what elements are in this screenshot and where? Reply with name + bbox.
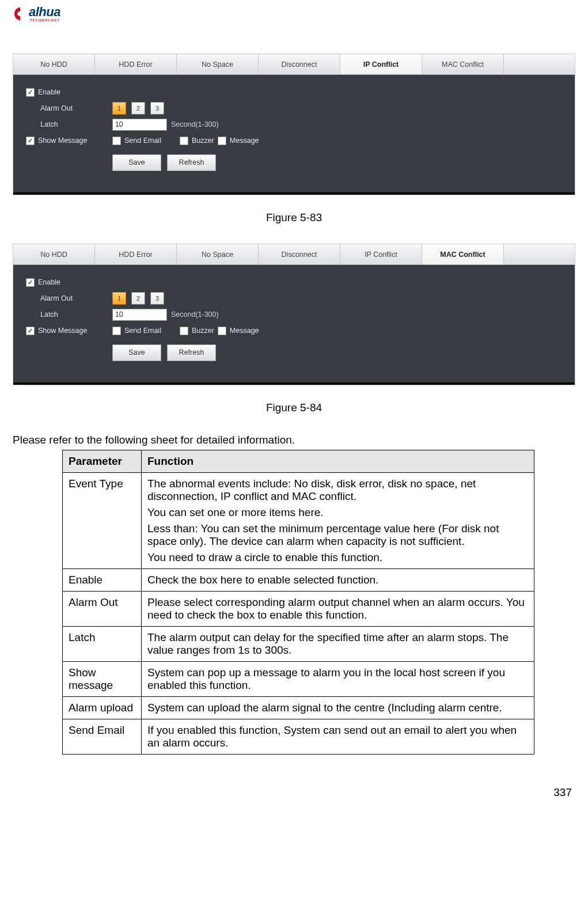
buzzer-checkbox[interactable] [180,137,188,145]
param-name: Event Type [63,473,142,569]
parameter-table: Parameter Function Event TypeThe abnorma… [62,450,534,755]
table-row: EnableCheck the box here to enable selec… [63,569,534,592]
figure-caption: Figure 5-84 [13,401,575,414]
tab-disconnect[interactable]: Disconnect [259,54,340,74]
tab-no-hdd[interactable]: No HDD [13,244,95,264]
param-function: The alarm output can delay for the speci… [142,627,534,662]
tab-no-hdd[interactable]: No HDD [13,54,95,74]
tab-ip-conflict[interactable]: IP Conflict [340,244,422,264]
param-name: Alarm Out [63,592,142,627]
table-row: Alarm uploadSystem can upload the alarm … [63,697,534,719]
table-row: Alarm OutPlease select corresponding ala… [63,592,534,627]
showmessage-checkbox[interactable] [26,327,35,335]
alarm-out-3[interactable]: 3 [150,292,164,305]
table-row: Send EmailIf you enabled this function, … [63,719,534,755]
page-number: 337 [13,786,575,799]
logo: alhua TECHNOLOGY [13,6,575,22]
latch-hint: Second(1-300) [171,120,219,128]
sheet-intro: Please refer to the following sheet for … [13,434,575,446]
showmessage-checkbox[interactable] [26,137,35,145]
tab-hdd-error[interactable]: HDD Error [95,244,177,264]
param-function: System can upload the alarm signal to th… [142,697,534,719]
latch-input[interactable] [112,309,167,321]
enable-label: Enable [38,278,60,286]
alarm-out-3[interactable]: 3 [150,102,164,115]
alarmout-label: Alarm Out [40,104,73,112]
showmessage-label: Show Message [38,327,87,335]
tab-bar: No HDD HDD Error No Space Disconnect IP … [13,54,575,75]
param-name: Enable [63,569,142,592]
message-checkbox[interactable] [218,327,226,335]
tab-bar: No HDD HDD Error No Space Disconnect IP … [13,244,575,265]
logo-text: alhua [29,6,60,18]
showmessage-label: Show Message [38,137,87,145]
logo-subtext: TECHNOLOGY [30,18,60,22]
param-function: If you enabled this function, System can… [142,719,534,755]
figure-caption: Figure 5-83 [13,211,575,224]
param-name: Show message [63,662,142,697]
table-row: Show messageSystem can pop up a message … [63,662,534,697]
buzzer-label: Buzzer [192,327,214,335]
logo-icon [13,6,28,21]
save-button[interactable]: Save [112,344,161,361]
settings-panel-macconflict: No HDD HDD Error No Space Disconnect IP … [13,244,575,385]
param-name: Alarm upload [63,697,142,719]
tab-hdd-error[interactable]: HDD Error [95,54,177,74]
alarmout-label: Alarm Out [40,294,73,302]
param-name: Send Email [63,719,142,755]
sendemail-checkbox[interactable] [112,137,121,145]
buzzer-checkbox[interactable] [180,327,188,335]
alarm-out-1[interactable]: 1 [112,102,126,115]
param-function: Check the box here to enable selected fu… [142,569,534,592]
latch-label: Latch [40,310,58,319]
alarm-out-2[interactable]: 2 [131,292,145,305]
latch-input[interactable] [112,119,167,131]
table-row: Event TypeThe abnormal events include: N… [63,473,534,569]
enable-checkbox[interactable] [26,88,35,97]
refresh-button[interactable]: Refresh [167,344,216,361]
latch-label: Latch [40,120,58,128]
table-header-function: Function [142,450,534,473]
save-button[interactable]: Save [112,154,161,171]
table-header-parameter: Parameter [63,450,142,473]
tab-mac-conflict[interactable]: MAC Conflict [422,244,504,264]
tab-no-space[interactable]: No Space [177,54,259,74]
sendemail-label: Send Email [124,327,161,335]
refresh-button[interactable]: Refresh [167,154,216,171]
enable-label: Enable [38,88,60,96]
alarm-out-1[interactable]: 1 [112,292,126,305]
message-label: Message [230,137,259,145]
param-function: Please select corresponding alarm output… [142,592,534,627]
sendemail-label: Send Email [124,137,161,145]
enable-checkbox[interactable] [26,278,35,287]
tab-ip-conflict[interactable]: IP Conflict [340,54,422,74]
tab-no-space[interactable]: No Space [177,244,259,264]
message-checkbox[interactable] [218,137,226,145]
latch-hint: Second(1-300) [171,310,219,319]
param-function: System can pop up a message to alarm you… [142,662,534,697]
param-function: The abnormal events include: No disk, di… [142,473,534,569]
alarm-out-2[interactable]: 2 [131,102,145,115]
tab-mac-conflict[interactable]: MAC Conflict [422,54,504,74]
message-label: Message [230,327,259,335]
settings-panel-ipconflict: No HDD HDD Error No Space Disconnect IP … [13,54,575,195]
table-row: LatchThe alarm output can delay for the … [63,627,534,662]
sendemail-checkbox[interactable] [112,327,121,335]
tab-disconnect[interactable]: Disconnect [259,244,340,264]
param-name: Latch [63,627,142,662]
buzzer-label: Buzzer [192,137,214,145]
